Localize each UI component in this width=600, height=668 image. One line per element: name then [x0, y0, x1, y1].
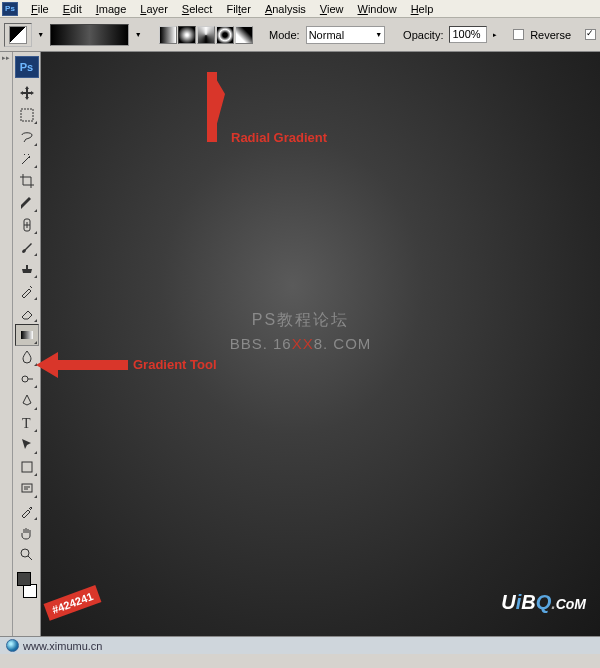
- brush-tool[interactable]: [15, 236, 39, 258]
- svg-point-3: [22, 376, 28, 382]
- annotation-gradient-tool-label: Gradient Tool: [133, 357, 217, 372]
- svg-text:T: T: [22, 416, 31, 431]
- notes-tool[interactable]: [15, 478, 39, 500]
- type-tool[interactable]: T: [15, 412, 39, 434]
- menu-window[interactable]: Window: [351, 1, 404, 17]
- reflected-gradient-button[interactable]: [216, 26, 234, 44]
- svg-rect-0: [21, 109, 33, 121]
- annotation-radial-label: Radial Gradient: [231, 130, 327, 145]
- marquee-tool[interactable]: [15, 104, 39, 126]
- background-color-swatch[interactable]: [23, 584, 37, 598]
- opacity-input[interactable]: 100%: [449, 26, 487, 43]
- angle-gradient-button[interactable]: [197, 26, 215, 44]
- arrow-annotation-gradient-tool: [36, 352, 128, 378]
- foreground-color-swatch[interactable]: [17, 572, 31, 586]
- color-swatches[interactable]: [15, 570, 39, 600]
- eyedropper-tool[interactable]: [15, 500, 39, 522]
- watermark-line1: PS教程论坛: [41, 310, 560, 331]
- history-brush-tool[interactable]: [15, 280, 39, 302]
- reverse-label: Reverse: [530, 29, 571, 41]
- tool-preset-dropdown[interactable]: ▼: [36, 23, 46, 47]
- tool-preset-picker[interactable]: [4, 23, 32, 47]
- diamond-gradient-button[interactable]: [235, 26, 253, 44]
- workspace: ▸▸ Ps T PS教程论坛 BBS. 16: [0, 52, 600, 636]
- menu-edit[interactable]: Edit: [56, 1, 89, 17]
- toolbox: Ps T: [13, 52, 41, 636]
- status-bar: www.ximumu.cn: [0, 636, 600, 654]
- brand-watermark: UiBQ.CoM: [501, 591, 586, 614]
- globe-icon: [6, 639, 19, 652]
- svg-rect-2: [21, 331, 33, 339]
- dither-checkbox[interactable]: [585, 29, 596, 40]
- menu-image[interactable]: Image: [89, 1, 134, 17]
- healing-brush-tool[interactable]: [15, 214, 39, 236]
- footer-url: www.ximumu.cn: [23, 640, 102, 652]
- menu-layer[interactable]: Layer: [133, 1, 175, 17]
- annotation-swatch-hex: #424241: [44, 585, 102, 621]
- linear-gradient-button[interactable]: [159, 26, 177, 44]
- gradient-editor[interactable]: [50, 24, 129, 46]
- zoom-tool[interactable]: [15, 544, 39, 566]
- gradient-dropdown[interactable]: ▼: [133, 23, 143, 47]
- menu-file[interactable]: File: [24, 1, 56, 17]
- app-icon: Ps: [2, 2, 18, 16]
- move-tool[interactable]: [15, 82, 39, 104]
- magic-wand-tool[interactable]: [15, 148, 39, 170]
- canvas[interactable]: PS教程论坛 BBS. 16XX8. COM Radial Gradient G…: [41, 52, 600, 636]
- panel-dock-gutter[interactable]: ▸▸: [0, 52, 13, 636]
- svg-rect-8: [207, 72, 217, 142]
- blend-mode-value: Normal: [309, 29, 344, 41]
- shape-tool[interactable]: [15, 456, 39, 478]
- svg-rect-6: [22, 484, 32, 492]
- opacity-dropdown-icon[interactable]: ▸: [493, 31, 497, 39]
- path-selection-tool[interactable]: [15, 434, 39, 456]
- menu-analysis[interactable]: Analysis: [258, 1, 313, 17]
- menu-select[interactable]: Select: [175, 1, 220, 17]
- lasso-tool[interactable]: [15, 126, 39, 148]
- gradient-tool[interactable]: [15, 324, 39, 346]
- eraser-tool[interactable]: [15, 302, 39, 324]
- options-bar: ▼ ▼ Mode: Normal ▼ Opacity: 100% ▸ Rever…: [0, 18, 600, 52]
- chevron-down-icon: ▼: [375, 31, 382, 38]
- hand-tool[interactable]: [15, 522, 39, 544]
- reverse-checkbox[interactable]: [513, 29, 524, 40]
- menu-help[interactable]: Help: [404, 1, 441, 17]
- toolbox-header: Ps: [15, 56, 39, 78]
- watermark-line2: BBS. 16XX8. COM: [41, 335, 560, 352]
- radial-gradient-button[interactable]: [178, 26, 196, 44]
- crop-tool[interactable]: [15, 170, 39, 192]
- blend-mode-select[interactable]: Normal ▼: [306, 26, 386, 44]
- menu-filter[interactable]: Filter: [219, 1, 257, 17]
- dock-collapse-icon[interactable]: ▸▸: [2, 54, 10, 62]
- blur-tool[interactable]: [15, 346, 39, 368]
- menu-bar: Ps File Edit Image Layer Select Filter A…: [0, 0, 600, 18]
- opacity-label: Opacity:: [403, 29, 443, 41]
- gradient-type-row: [159, 26, 253, 44]
- clone-stamp-tool[interactable]: [15, 258, 39, 280]
- watermark: PS教程论坛 BBS. 16XX8. COM: [41, 310, 560, 352]
- svg-rect-5: [22, 462, 32, 472]
- dodge-tool[interactable]: [15, 368, 39, 390]
- svg-point-7: [21, 549, 29, 557]
- arrow-annotation-radial: [197, 54, 227, 142]
- pen-tool[interactable]: [15, 390, 39, 412]
- menu-view[interactable]: View: [313, 1, 351, 17]
- mode-label: Mode:: [269, 29, 300, 41]
- slice-tool[interactable]: [15, 192, 39, 214]
